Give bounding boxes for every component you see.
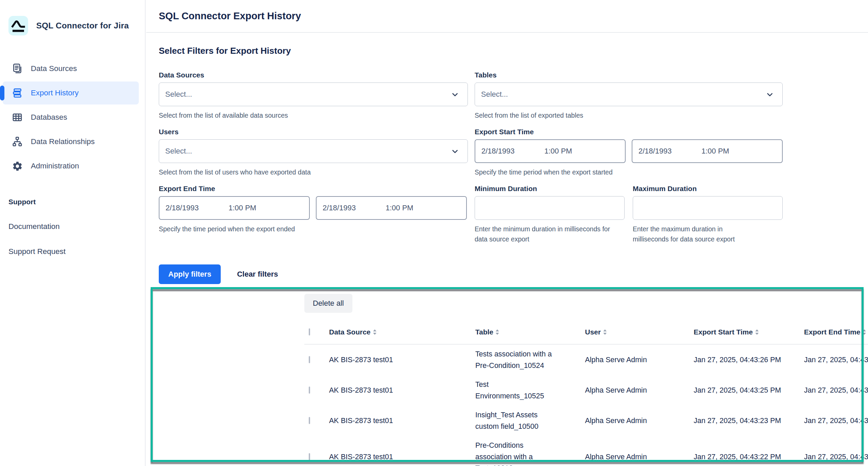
export-end-helper: Specify the time period when the export …	[159, 224, 468, 234]
sidebar-item-data-relationships[interactable]: Data Relationships	[0, 130, 145, 154]
table-row: AK BIS-2873 test01 Tests association wit…	[304, 345, 868, 375]
cell-export-end: Jan 27, 2025, 04:43:23 PM	[804, 451, 868, 463]
row-checkbox[interactable]	[309, 356, 310, 363]
data-sources-select[interactable]: Select...	[159, 83, 468, 106]
chevron-down-icon	[765, 90, 774, 99]
apply-filters-button[interactable]: Apply filters	[159, 264, 221, 284]
sidebar-item-data-sources[interactable]: Data Sources	[0, 56, 145, 81]
support-heading: Support	[8, 198, 145, 206]
data-sources-placeholder: Select...	[165, 90, 451, 99]
delete-all-button[interactable]: Delete all	[304, 294, 352, 313]
cell-export-end: Jan 27, 2025, 04:43:25 PM	[804, 385, 868, 396]
export-end-to-time[interactable]: 1:00 PM	[386, 204, 413, 212]
support-request-link[interactable]: Support Request	[8, 247, 145, 256]
documentation-link[interactable]: Documentation	[8, 222, 145, 231]
cell-data-source: AK BIS-2873 test01	[329, 451, 475, 463]
max-duration-input[interactable]	[633, 196, 783, 220]
table-grid-icon	[11, 111, 23, 123]
export-start-helper: Specify the time period when the export …	[475, 167, 783, 177]
sort-icon	[755, 329, 759, 335]
sidebar-item-label: Export History	[31, 89, 79, 97]
gear-icon	[11, 160, 23, 172]
tables-select[interactable]: Select...	[475, 83, 783, 106]
cell-user: Alpha Serve Admin	[585, 451, 694, 463]
chevron-down-icon	[451, 90, 459, 99]
column-header-data-source[interactable]: Data Source	[329, 328, 475, 336]
export-start-from-date[interactable]: 2/18/1993	[481, 147, 544, 156]
filters-section: Select Filters for Export History Data S…	[146, 33, 868, 284]
export-end-to-date[interactable]: 2/18/1993	[323, 204, 386, 212]
column-header-table[interactable]: Table	[475, 328, 585, 336]
app-title: SQL Connector for Jira	[36, 21, 129, 30]
field-export-end: Export End Time 2/18/1993 1:00 PM 2/18/1…	[159, 185, 468, 244]
documents-icon	[11, 63, 23, 75]
export-end-label: Export End Time	[159, 185, 468, 193]
filter-grid: Data Sources Select... Select from the l…	[159, 71, 868, 252]
sidebar-item-administration[interactable]: Administration	[0, 154, 145, 178]
sidebar-item-databases[interactable]: Databases	[0, 105, 145, 130]
field-export-start: Export Start Time 2/18/1993 1:00 PM 2/18…	[475, 128, 783, 177]
sort-icon	[495, 329, 499, 335]
column-header-user[interactable]: User	[585, 328, 694, 336]
data-sources-helper: Select from the list of available data s…	[159, 110, 468, 120]
cell-export-start: Jan 27, 2025, 04:43:23 PM	[694, 415, 804, 426]
cell-export-start: Jan 27, 2025, 04:43:22 PM	[694, 451, 804, 463]
sidebar-item-label: Databases	[31, 113, 67, 122]
export-start-label: Export Start Time	[475, 128, 783, 136]
filter-buttons-row: Apply filters Clear filters	[159, 264, 868, 284]
export-start-to-date[interactable]: 2/18/1993	[638, 147, 701, 156]
cell-data-source: AK BIS-2873 test01	[329, 354, 475, 366]
clear-filters-button[interactable]: Clear filters	[237, 270, 278, 279]
field-data-sources: Data Sources Select... Select from the l…	[159, 71, 468, 120]
tables-label: Tables	[475, 71, 783, 79]
chart-slope-icon	[8, 16, 28, 36]
cell-table: Tests association with a Pre-Condition_1…	[475, 348, 585, 371]
data-sources-label: Data Sources	[159, 71, 468, 79]
sidebar-item-label: Data Sources	[31, 64, 77, 73]
table-row: AK BIS-2873 test01 Test Environments_105…	[304, 375, 868, 405]
export-start-to-time[interactable]: 1:00 PM	[701, 147, 729, 156]
page-header: SQL Connector Export History	[146, 0, 868, 33]
cell-table: Insight_Test Assets custom field_10500	[475, 409, 585, 432]
support-section: Support Documentation Support Request	[0, 198, 145, 256]
users-select[interactable]: Select...	[159, 139, 468, 163]
users-label: Users	[159, 128, 468, 136]
export-start-to-input[interactable]: 2/18/1993 1:00 PM	[632, 139, 783, 163]
max-duration-label: Maximum Duration	[633, 185, 783, 193]
sidebar-item-label: Data Relationships	[31, 137, 95, 146]
row-checkbox[interactable]	[309, 387, 310, 394]
stack-icon	[11, 87, 23, 99]
min-duration-label: Minimum Duration	[475, 185, 625, 193]
cell-table: Pre-Conditions association with a Test_1…	[475, 440, 585, 466]
field-durations: Minimum Duration Enter the minimum durat…	[475, 185, 783, 244]
export-end-to-input[interactable]: 2/18/1993 1:00 PM	[316, 196, 467, 220]
export-end-from-time[interactable]: 1:00 PM	[229, 204, 256, 212]
export-end-from-input[interactable]: 2/18/1993 1:00 PM	[159, 196, 310, 220]
select-all-checkbox[interactable]	[309, 328, 310, 335]
field-tables: Tables Select... Select from the list of…	[475, 71, 783, 120]
app-logo-icon	[8, 16, 28, 36]
row-checkbox[interactable]	[309, 417, 310, 424]
export-end-from-date[interactable]: 2/18/1993	[166, 204, 229, 212]
cell-export-start: Jan 27, 2025, 04:43:26 PM	[694, 354, 804, 366]
main-area: SQL Connector Export History Select Filt…	[146, 0, 868, 466]
max-duration-helper: Enter the maximum duration in millisecon…	[633, 224, 750, 244]
min-duration-input[interactable]	[475, 196, 625, 220]
active-item-indicator	[0, 86, 4, 100]
column-header-export-end[interactable]: Export End Time	[804, 328, 868, 336]
table-header-row: Data Source Table User Export Start Time…	[304, 320, 868, 345]
export-start-from-input[interactable]: 2/18/1993 1:00 PM	[475, 139, 626, 163]
sidebar-item-export-history[interactable]: Export History	[0, 81, 145, 105]
table-row: AK BIS-2873 test01 Pre-Conditions associ…	[304, 436, 868, 466]
sidebar-item-label: Administration	[31, 162, 79, 170]
hierarchy-icon	[11, 136, 23, 148]
export-start-from-time[interactable]: 1:00 PM	[544, 147, 572, 156]
field-min-duration: Minimum Duration Enter the minimum durat…	[475, 185, 625, 244]
row-checkbox[interactable]	[309, 453, 310, 460]
table-row: AK BIS-2873 test01 Insight_Test Assets c…	[304, 405, 868, 436]
export-history-table: Data Source Table User Export Start Time…	[304, 320, 868, 466]
cell-export-end: Jan 27, 2025, 04:43:24 PM	[804, 415, 868, 426]
app-logo-row: SQL Connector for Jira	[0, 0, 145, 36]
cell-export-start: Jan 27, 2025, 04:43:25 PM	[694, 385, 804, 396]
column-header-export-start[interactable]: Export Start Time	[694, 328, 804, 336]
